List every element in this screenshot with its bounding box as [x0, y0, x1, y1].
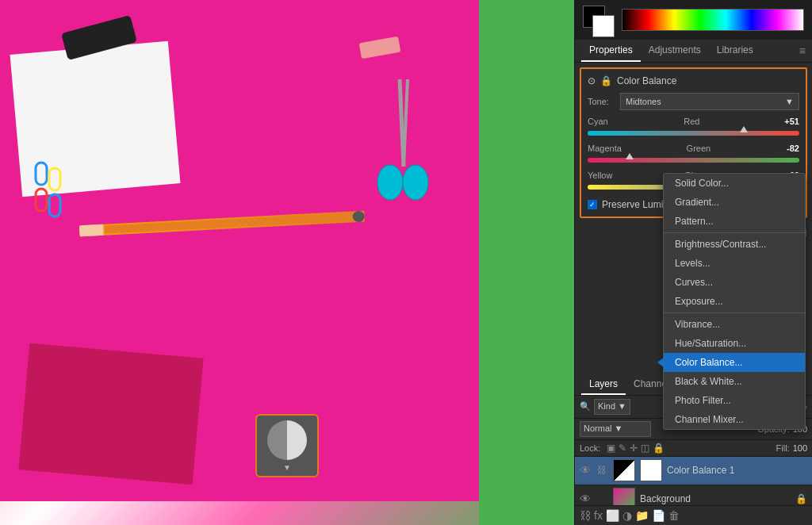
new-group-icon[interactable]: 📁: [635, 509, 649, 522]
menu-item-levels[interactable]: Levels...: [664, 254, 805, 273]
svg-point-3: [403, 165, 428, 200]
layer-visibility-icon[interactable]: 👁: [580, 464, 592, 477]
panel-menu-icon[interactable]: ≡: [799, 44, 806, 57]
delete-layer-icon[interactable]: 🗑: [668, 509, 680, 522]
menu-item-channel-mixer[interactable]: Channel Mixer...: [664, 410, 805, 429]
photo-paperclips: [32, 159, 95, 238]
slider-cyan-label: Cyan: [588, 117, 608, 126]
svg-rect-7: [49, 194, 60, 217]
chevron-down-icon: ▼: [283, 463, 291, 472]
lock-position-icon[interactable]: ✛: [630, 443, 638, 454]
menu-item-hue-saturation[interactable]: Hue/Saturation...: [664, 334, 805, 353]
adjustment-layer-icon[interactable]: ▼: [255, 414, 319, 477]
active-arrow: [657, 358, 664, 367]
color-gradient-bar[interactable]: [622, 9, 804, 31]
kind-filter-dropdown[interactable]: Kind ▼: [594, 399, 630, 415]
svg-rect-6: [36, 189, 47, 211]
menu-item-black-white[interactable]: Black & White...: [664, 372, 805, 391]
half-circle-icon: [267, 420, 307, 460]
menu-item-curves[interactable]: Curves...: [664, 273, 805, 292]
lock-icon: 🔒: [795, 493, 807, 504]
color-swatches[interactable]: [583, 6, 618, 34]
fill-value: 100: [793, 443, 807, 453]
layer-row[interactable]: 👁 ⛓ Color Balance 1: [575, 457, 812, 485]
photo-scissors-svg: [376, 71, 431, 214]
layer-link-icon: ⛓: [597, 493, 608, 504]
tone-value: Midtones: [626, 97, 661, 106]
menu-item-solid-color[interactable]: Solid Color...: [664, 174, 805, 193]
layer-visibility-icon[interactable]: 👁: [580, 492, 592, 505]
slider-red-label: Red: [684, 117, 699, 126]
slider-green-label: Green: [687, 144, 711, 153]
tab-adjustments[interactable]: Adjustments: [641, 40, 709, 62]
menu-item-photo-filter[interactable]: Photo Filter...: [664, 391, 805, 410]
link-layers-icon[interactable]: ⛓: [580, 509, 591, 522]
photo-notebook: [18, 343, 203, 485]
svg-rect-5: [49, 168, 60, 190]
kind-label: 🔍: [580, 401, 591, 412]
fill-label: Fill:: [776, 443, 790, 453]
blend-mode-dropdown[interactable]: Normal ▼: [580, 421, 651, 437]
slider-yellow-label: Yellow: [588, 171, 612, 180]
main-container: ▼ 40 ppi Properties Adjustments Librarie…: [0, 0, 812, 525]
tab-libraries[interactable]: Libraries: [709, 40, 761, 62]
tone-row: Tone: Midtones ▼: [588, 93, 799, 110]
preserve-luminosity-checkbox[interactable]: ✓: [588, 200, 597, 209]
slider-magenta-thumb[interactable]: [626, 153, 634, 159]
lock-all-icon[interactable]: 🔒: [653, 443, 665, 454]
slider-magenta-value: -82: [776, 144, 799, 153]
layer-name: Background: [640, 493, 791, 504]
new-adjustment-icon[interactable]: ◑: [622, 509, 632, 522]
slider-magenta-label: Magenta: [588, 144, 622, 153]
menu-item-brightness-contrast[interactable]: Brightness/Contrast...: [664, 235, 805, 254]
context-menu: Solid Color... Gradient... Pattern... Br…: [663, 173, 806, 430]
slider-magenta-green: Magenta Green -82: [588, 144, 799, 166]
slider-cyan-thumb[interactable]: [740, 126, 748, 132]
chevron-down-icon: ▼: [785, 97, 794, 106]
layer-thumbnail-photo: [613, 488, 635, 505]
slider-cyan-track[interactable]: [588, 128, 799, 139]
tone-dropdown[interactable]: Midtones ▼: [620, 93, 799, 110]
kind-value: Kind: [598, 401, 615, 411]
color-balance-title: Color Balance: [617, 75, 676, 86]
blend-mode-value: Normal: [584, 423, 611, 433]
add-mask-icon[interactable]: ⬜: [606, 509, 619, 522]
layer-mask-thumbnail: [640, 459, 662, 481]
balance-icon: ⊙: [588, 75, 596, 86]
menu-separator: [664, 232, 805, 233]
tab-layers[interactable]: Layers: [581, 374, 626, 395]
menu-item-gradient[interactable]: Gradient...: [664, 193, 805, 212]
lock-artboard-icon[interactable]: ◫: [641, 443, 649, 454]
menu-separator-2: [664, 312, 805, 313]
menu-item-color-balance[interactable]: Color Balance...: [664, 353, 805, 372]
menu-item-pattern[interactable]: Pattern...: [664, 212, 805, 231]
lock-label: Lock:: [580, 443, 600, 453]
foreground-swatch[interactable]: [592, 15, 615, 37]
panel-title: 🔒: [600, 75, 612, 86]
panel-tabs: Properties Adjustments Libraries ≡: [575, 40, 812, 63]
svg-rect-4: [36, 163, 47, 185]
svg-point-2: [377, 165, 403, 200]
layer-row[interactable]: 👁 ⛓ Background 🔒: [575, 485, 812, 506]
slider-cyan-red: Cyan Red +51: [588, 117, 799, 139]
lock-row: Lock: ▣ ✎ ✛ ◫ 🔒 Fill: 100: [575, 440, 812, 457]
slider-magenta-track[interactable]: [588, 155, 799, 166]
layer-thumbnail-adjustment: [613, 459, 635, 481]
panel-title-row: ⊙ 🔒 Color Balance: [588, 75, 799, 86]
menu-item-vibrance[interactable]: Vibrance...: [664, 315, 805, 334]
layer-effects-icon[interactable]: fx: [594, 509, 603, 522]
slider-cyan-value: +51: [776, 117, 799, 126]
lock-image-icon[interactable]: ✎: [619, 443, 626, 454]
photo-green-strip: [479, 0, 574, 525]
color-swatch-area: [575, 0, 812, 40]
new-layer-icon[interactable]: 📄: [652, 509, 665, 522]
tone-label: Tone:: [588, 97, 615, 106]
tab-properties[interactable]: Properties: [581, 40, 641, 62]
canvas-area: ▼ 40 ppi: [0, 0, 574, 525]
lock-transparent-icon[interactable]: ▣: [607, 443, 615, 454]
menu-item-exposure[interactable]: Exposure...: [664, 292, 805, 311]
layers-bottom-bar: ⛓ fx ⬜ ◑ 📁 📄 🗑: [575, 505, 812, 525]
layers-list: 👁 ⛓ Color Balance 1 👁 ⛓ Background 🔒: [575, 457, 812, 506]
layer-name: Color Balance 1: [667, 465, 807, 476]
layer-link-icon[interactable]: ⛓: [597, 465, 608, 476]
